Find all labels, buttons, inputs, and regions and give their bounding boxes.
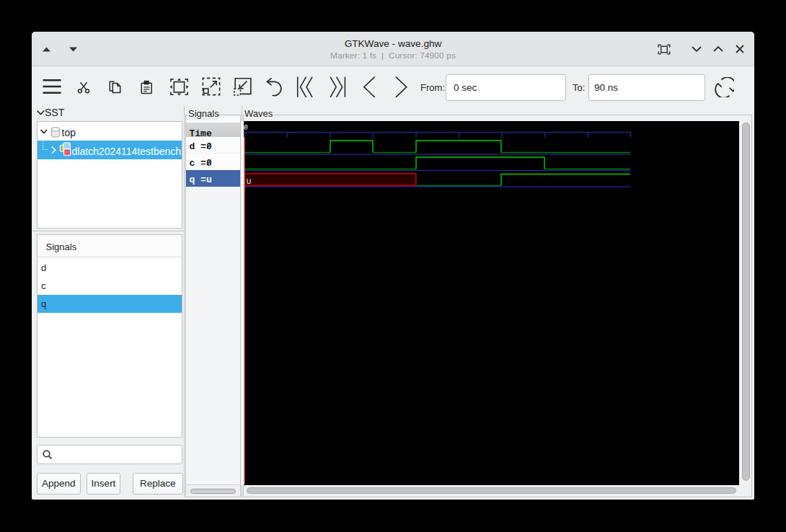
svg-text:U: U: [247, 176, 252, 185]
svg-text:0: 0: [244, 123, 248, 132]
